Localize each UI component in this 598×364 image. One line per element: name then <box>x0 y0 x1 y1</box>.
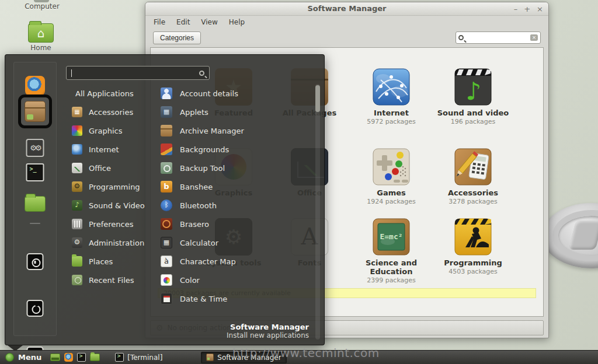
menu-category-internet[interactable]: Internet <box>67 140 156 159</box>
menu-category-all-applications[interactable]: All Applications <box>67 84 156 103</box>
mint-menu-panel: All Applications Accessories Graphics In… <box>5 54 325 345</box>
character-map-icon <box>161 256 172 267</box>
firefox-icon[interactable] <box>25 76 45 96</box>
text-caret <box>71 69 72 77</box>
search-icon <box>458 35 464 40</box>
desktop-root: { "desktop": { "computer_label": "Comput… <box>0 0 598 364</box>
backgrounds-icon <box>161 144 172 155</box>
maximize-button[interactable]: + <box>524 5 530 13</box>
sound-video-icon <box>72 200 82 211</box>
mint-wallpaper-emblem <box>542 203 598 268</box>
recent-files-icon <box>72 275 82 285</box>
menu-category-programming[interactable]: Programming <box>67 177 156 196</box>
app-backup-tool[interactable]: Backup Tool <box>156 159 309 177</box>
favorites-column <box>13 62 57 336</box>
menu-view[interactable]: View <box>201 18 217 26</box>
menu-help[interactable]: Help <box>229 18 245 26</box>
window-title: Software Manager <box>145 2 548 15</box>
games-category-icon <box>373 148 410 186</box>
office-icon <box>72 163 82 173</box>
terminal-icon[interactable] <box>77 353 86 362</box>
app-date-time[interactable]: Date & Time <box>156 289 309 308</box>
applets-icon <box>161 106 172 118</box>
taskbar-task-terminal[interactable]: [Terminal] <box>110 352 167 363</box>
menu-edit[interactable]: Edit <box>176 18 190 26</box>
app-color[interactable]: Color <box>156 271 309 289</box>
menu-scrollbar-thumb[interactable] <box>315 85 320 112</box>
favorites-separator <box>30 223 40 224</box>
app-bluetooth[interactable]: Bluetooth <box>156 196 309 215</box>
menu-scrollbar[interactable] <box>315 84 320 340</box>
app-brasero[interactable]: Brasero <box>156 215 309 233</box>
lock-screen-icon[interactable] <box>27 253 44 270</box>
administration-icon <box>72 237 82 248</box>
preferences-icon <box>72 219 82 229</box>
logout-icon[interactable] <box>27 300 44 317</box>
app-banshee[interactable]: Banshee <box>156 177 309 196</box>
places-folder-icon <box>72 256 82 267</box>
sound-video-category-icon: ♪ <box>454 68 492 106</box>
firefox-icon[interactable] <box>64 353 73 362</box>
desktop-icon-computer-label[interactable]: Computer <box>18 2 67 10</box>
tile-programming[interactable]: Programming 4503 packages <box>434 218 512 275</box>
control-center-icon[interactable] <box>26 139 44 157</box>
brasero-icon <box>161 218 172 230</box>
menu-category-accessories[interactable]: Accessories <box>67 103 156 121</box>
search-icon <box>199 71 204 76</box>
internet-category-icon <box>373 68 410 106</box>
app-account-details[interactable]: Account details <box>156 84 309 103</box>
backup-tool-icon <box>161 162 172 174</box>
account-details-icon <box>161 88 172 99</box>
tile-science-education[interactable]: E=mc² Science and Education 2399 package… <box>353 218 430 284</box>
files-icon[interactable] <box>25 196 46 212</box>
show-desktop-icon[interactable] <box>50 354 60 361</box>
app-backgrounds[interactable]: Backgrounds <box>156 140 309 159</box>
menu-button[interactable]: Menu <box>0 351 47 364</box>
banshee-icon <box>161 181 172 192</box>
programming-icon <box>72 181 82 192</box>
bluetooth-icon <box>161 200 172 211</box>
software-manager-icon <box>206 354 214 361</box>
minimize-button[interactable]: – <box>514 5 518 13</box>
menu-category-office[interactable]: Office <box>67 159 156 177</box>
desktop-icon-home[interactable]: ⌂ <box>28 23 54 43</box>
titlebar[interactable]: Software Manager – + × <box>145 2 548 16</box>
clear-search-icon[interactable] <box>530 34 538 41</box>
software-manager-favorite-selected[interactable] <box>18 94 52 128</box>
archive-manager-icon <box>161 125 172 136</box>
app-character-map[interactable]: Character Map <box>156 252 309 271</box>
menu-category-graphics[interactable]: Graphics <box>67 121 156 140</box>
menu-file[interactable]: File <box>154 18 165 26</box>
toolbar: Categories <box>145 29 548 47</box>
terminal-icon[interactable] <box>26 163 44 181</box>
menu-category-sound-video[interactable]: Sound & Video <box>67 196 156 215</box>
app-applets[interactable]: Applets <box>156 103 309 121</box>
menu-tooltip: Software Manager Install new application… <box>227 323 309 340</box>
graphics-icon <box>72 125 82 136</box>
home-house-icon: ⌂ <box>29 26 53 40</box>
mint-logo-icon <box>5 353 14 362</box>
categories-button[interactable]: Categories <box>153 32 201 44</box>
app-calculator[interactable]: Calculator <box>156 233 309 252</box>
search-field[interactable] <box>456 32 541 44</box>
svg-text:♪: ♪ <box>466 77 482 106</box>
menu-search-input[interactable] <box>66 66 210 80</box>
internet-icon <box>72 144 82 155</box>
menu-category-administration[interactable]: Administration <box>67 233 156 252</box>
close-button[interactable]: × <box>537 5 543 13</box>
svg-text:E=mc²: E=mc² <box>380 232 402 241</box>
app-archive-manager[interactable]: Archive Manager <box>156 121 309 140</box>
desktop-icon-home-label[interactable]: Home <box>16 44 65 52</box>
accessories-icon <box>72 107 82 117</box>
programming-category-icon <box>454 218 492 256</box>
tile-accessories[interactable]: Accessories 3278 packages <box>434 148 512 205</box>
software-manager-icon <box>25 101 46 122</box>
tile-internet[interactable]: Internet 5972 packages <box>353 68 430 125</box>
menu-category-recent-files[interactable]: Recent Files <box>67 271 156 289</box>
menu-category-places[interactable]: Places <box>67 252 156 271</box>
files-icon[interactable] <box>90 354 100 361</box>
menu-category-preferences[interactable]: Preferences <box>67 215 156 233</box>
category-list: All Applications Accessories Graphics In… <box>67 84 156 289</box>
tile-sound-and-video[interactable]: ♪ Sound and video 196 packages <box>434 68 512 125</box>
tile-games[interactable]: Games 1924 packages <box>353 148 430 205</box>
